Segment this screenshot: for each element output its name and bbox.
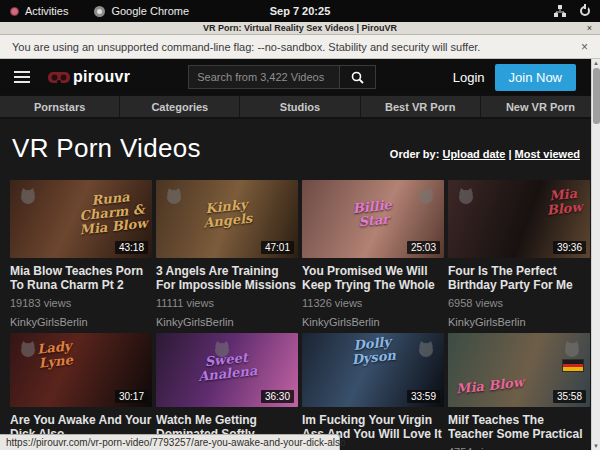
video-thumbnail[interactable]: Sweet Analena 36:30 xyxy=(156,333,298,407)
video-studio-link[interactable]: KinkyGirlsBerlin xyxy=(448,316,590,328)
video-views: 11326 views xyxy=(302,297,444,309)
warning-bar: You are using an unsupported command-lin… xyxy=(0,35,600,59)
studio-watermark-icon xyxy=(164,186,184,206)
scroll-down-icon[interactable]: ▼ xyxy=(593,442,599,450)
thumbnail-overlay-text: Runa Charm & Mia Blow xyxy=(76,189,148,238)
tab-close-icon[interactable]: × xyxy=(587,22,592,35)
clock[interactable]: Sep 7 20:25 xyxy=(0,5,600,17)
studio-watermark-icon xyxy=(456,186,476,206)
video-title-link[interactable]: Mia Blow Teaches Porn To Runa Charm Pt 2 xyxy=(10,264,152,292)
thumbnail-overlay-text: Billie Star xyxy=(302,193,444,236)
video-card[interactable]: Runa Charm & Mia Blow 43:18 Mia Blow Tea… xyxy=(10,180,152,328)
video-studio-link[interactable]: KinkyGirlsBerlin xyxy=(302,316,444,328)
video-card[interactable]: Billie Star 25:03 You Promised We Will K… xyxy=(302,180,444,328)
menu-icon[interactable] xyxy=(14,71,30,83)
screen: Activities Google Chrome Sep 7 20:25 VR … xyxy=(0,0,600,450)
search-form xyxy=(188,65,376,89)
video-card[interactable]: Mia Blow 35:58 Milf Teaches The Teacher … xyxy=(448,333,590,450)
login-link[interactable]: Login xyxy=(453,70,485,85)
video-title-link[interactable]: Milf Teaches The Teacher Some Practical … xyxy=(448,413,590,441)
thumbnail-overlay-text: Sweet Analena xyxy=(156,346,298,389)
main-nav: Pornstars Categories Studios Best VR Por… xyxy=(0,95,600,119)
system-bar: Activities Google Chrome Sep 7 20:25 xyxy=(0,0,600,22)
order-by: Order by: Upload date | Most viewed xyxy=(390,148,580,164)
duration-badge: 43:18 xyxy=(115,241,148,254)
search-button[interactable] xyxy=(340,65,376,89)
video-views: 4754 views xyxy=(448,446,590,450)
video-views: 11111 views xyxy=(156,297,298,309)
web-page: pirouvr Login Join Now Pornstars Categor… xyxy=(0,59,600,450)
thumbnail-overlay-text: Lady Lyne xyxy=(37,339,74,370)
video-thumbnail[interactable]: Mia Blow 39:36 xyxy=(448,180,590,258)
scrollbar-thumb[interactable] xyxy=(593,68,600,124)
video-thumbnail[interactable]: Runa Charm & Mia Blow 43:18 xyxy=(10,180,152,258)
status-bar-url: https://pirouvr.com/vr-porn-video/779325… xyxy=(0,434,340,450)
video-card[interactable]: Dolly Dyson 33:59 Im Fucking Your Virgin… xyxy=(302,333,444,450)
site-logo[interactable]: pirouvr xyxy=(48,68,130,86)
video-thumbnail[interactable]: Dolly Dyson 33:59 xyxy=(302,333,444,407)
duration-badge: 30:17 xyxy=(115,390,148,403)
vr-headset-icon xyxy=(48,71,70,84)
search-icon xyxy=(351,71,364,84)
warning-close-icon[interactable]: × xyxy=(581,40,588,54)
studio-watermark-icon xyxy=(18,186,38,206)
video-card[interactable]: Lady Lyne 30:17 Are You Awake And Your D… xyxy=(10,333,152,450)
scroll-up-icon[interactable]: ▲ xyxy=(593,59,599,67)
video-card[interactable]: Kinky Angels 47:01 3 Angels Are Training… xyxy=(156,180,298,328)
tab-title: VR Porn: Virtual Reality Sex Videos | Pi… xyxy=(203,23,397,33)
order-most-viewed-link[interactable]: Most viewed xyxy=(515,148,580,160)
duration-badge: 25:03 xyxy=(407,241,440,254)
video-grid: Runa Charm & Mia Blow 43:18 Mia Blow Tea… xyxy=(0,174,600,450)
nav-item-studios[interactable]: Studios xyxy=(239,96,359,117)
video-thumbnail[interactable]: Billie Star 25:03 xyxy=(302,180,444,258)
page-heading-row: VR Porn Videos Order by: Upload date | M… xyxy=(0,119,600,174)
video-studio-link[interactable]: KinkyGirlsBerlin xyxy=(156,316,298,328)
duration-badge: 36:30 xyxy=(261,390,294,403)
video-card[interactable]: Sweet Analena 36:30 Watch Me Getting Dom… xyxy=(156,333,298,450)
german-flag-icon xyxy=(562,359,584,372)
video-thumbnail[interactable]: Mia Blow 35:58 xyxy=(448,333,590,407)
search-input[interactable] xyxy=(188,65,340,89)
order-upload-date-link[interactable]: Upload date xyxy=(442,148,505,160)
thumbnail-overlay-text: Mia Blow xyxy=(545,186,584,218)
nav-item-best-vr-porn[interactable]: Best VR Porn xyxy=(360,96,480,117)
video-card[interactable]: Mia Blow 39:36 Four Is The Perfect Birth… xyxy=(448,180,590,328)
video-views: 6958 views xyxy=(448,297,590,309)
nav-item-pornstars[interactable]: Pornstars xyxy=(0,96,119,117)
video-views: 19183 views xyxy=(10,297,152,309)
video-thumbnail[interactable]: Lady Lyne 30:17 xyxy=(10,333,152,407)
video-title-link[interactable]: You Promised We Will Keep Trying The Who… xyxy=(302,264,444,292)
browser-tab[interactable]: VR Porn: Virtual Reality Sex Videos | Pi… xyxy=(0,22,600,35)
thumbnail-overlay-text: Dolly Dyson xyxy=(302,333,444,372)
logo-text: pirouvr xyxy=(73,68,130,86)
warning-text: You are using an unsupported command-lin… xyxy=(12,41,480,53)
order-separator: | xyxy=(508,148,511,160)
join-now-button[interactable]: Join Now xyxy=(495,64,576,91)
site-header: pirouvr Login Join Now xyxy=(0,59,600,95)
thumbnail-overlay-text: Mia Blow xyxy=(455,375,524,396)
duration-badge: 35:58 xyxy=(553,390,586,403)
studio-watermark-icon xyxy=(562,339,582,359)
duration-badge: 39:36 xyxy=(553,241,586,254)
duration-badge: 47:01 xyxy=(261,241,294,254)
video-studio-link[interactable]: KinkyGirlsBerlin xyxy=(10,316,152,328)
studio-watermark-icon xyxy=(18,339,38,359)
network-icon[interactable] xyxy=(554,5,566,17)
nav-item-new-vr-porn[interactable]: New VR Porn xyxy=(480,96,600,117)
video-title-link[interactable]: Four Is The Perfect Birthday Party For M… xyxy=(448,264,590,292)
page-title: VR Porn Videos xyxy=(12,133,201,164)
video-thumbnail[interactable]: Kinky Angels 47:01 xyxy=(156,180,298,258)
order-by-label: Order by: xyxy=(390,148,440,160)
duration-badge: 33:59 xyxy=(407,390,440,403)
nav-item-categories[interactable]: Categories xyxy=(119,96,239,117)
video-title-link[interactable]: 3 Angels Are Training For Impossible Mis… xyxy=(156,264,298,292)
power-icon[interactable] xyxy=(580,6,590,16)
scrollbar[interactable]: ▲ ▼ xyxy=(591,59,600,450)
